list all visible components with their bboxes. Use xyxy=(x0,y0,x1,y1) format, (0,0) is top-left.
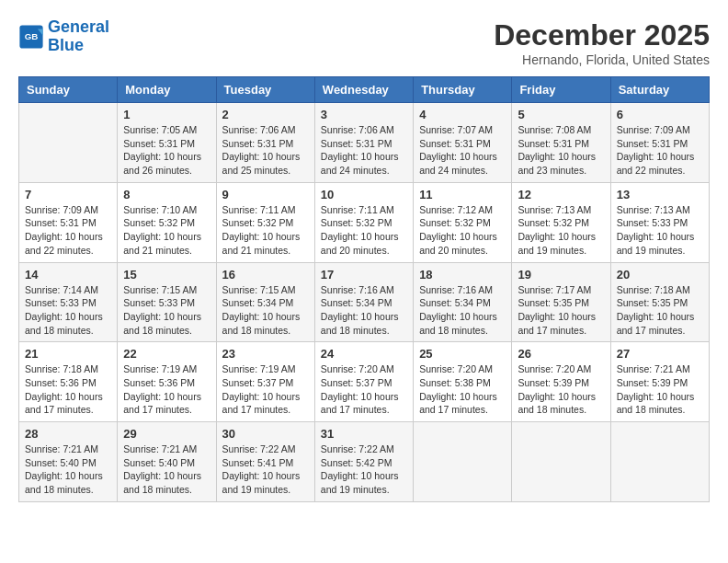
calendar-cell: 24Sunrise: 7:20 AM Sunset: 5:37 PM Dayli… xyxy=(314,342,413,422)
calendar-title: December 2025 xyxy=(494,18,710,52)
day-number: 15 xyxy=(123,268,210,282)
day-number: 2 xyxy=(222,108,309,121)
day-number: 13 xyxy=(617,188,703,201)
day-content: Sunrise: 7:16 AM Sunset: 5:34 PM Dayligh… xyxy=(419,283,506,338)
day-content: Sunrise: 7:06 AM Sunset: 5:31 PM Dayligh… xyxy=(321,123,407,178)
calendar-cell: 26Sunrise: 7:20 AM Sunset: 5:39 PM Dayli… xyxy=(512,342,610,422)
day-content: Sunrise: 7:21 AM Sunset: 5:40 PM Dayligh… xyxy=(25,442,111,497)
day-content: Sunrise: 7:21 AM Sunset: 5:40 PM Dayligh… xyxy=(123,442,210,497)
calendar-cell: 18Sunrise: 7:16 AM Sunset: 5:34 PM Dayli… xyxy=(414,262,512,342)
calendar-cell: 2Sunrise: 7:06 AM Sunset: 5:31 PM Daylig… xyxy=(216,103,314,183)
day-number: 24 xyxy=(321,347,407,361)
calendar-cell: 5Sunrise: 7:08 AM Sunset: 5:31 PM Daylig… xyxy=(512,103,610,183)
weekday-header: Friday xyxy=(512,77,610,103)
day-number: 10 xyxy=(321,188,407,201)
day-number: 20 xyxy=(617,268,703,282)
day-number: 31 xyxy=(321,427,407,441)
calendar-cell: 17Sunrise: 7:16 AM Sunset: 5:34 PM Dayli… xyxy=(314,262,413,342)
day-number: 6 xyxy=(617,108,703,121)
calendar-week-row: 28Sunrise: 7:21 AM Sunset: 5:40 PM Dayli… xyxy=(19,422,710,502)
day-number: 3 xyxy=(321,108,407,121)
day-content: Sunrise: 7:20 AM Sunset: 5:37 PM Dayligh… xyxy=(321,362,407,417)
day-content: Sunrise: 7:11 AM Sunset: 5:32 PM Dayligh… xyxy=(222,203,309,258)
day-number: 16 xyxy=(222,268,309,282)
calendar-cell: 19Sunrise: 7:17 AM Sunset: 5:35 PM Dayli… xyxy=(512,262,610,342)
calendar-cell: 20Sunrise: 7:18 AM Sunset: 5:35 PM Dayli… xyxy=(610,262,709,342)
calendar-header: SundayMondayTuesdayWednesdayThursdayFrid… xyxy=(19,77,710,103)
day-number: 23 xyxy=(222,347,309,361)
day-content: Sunrise: 7:15 AM Sunset: 5:33 PM Dayligh… xyxy=(123,283,210,338)
svg-text:GB: GB xyxy=(25,31,39,41)
calendar-cell: 6Sunrise: 7:09 AM Sunset: 5:31 PM Daylig… xyxy=(610,103,709,183)
day-content: Sunrise: 7:16 AM Sunset: 5:34 PM Dayligh… xyxy=(321,283,407,338)
calendar-subtitle: Hernando, Florida, United States xyxy=(494,52,710,67)
day-number: 9 xyxy=(222,188,309,201)
day-content: Sunrise: 7:20 AM Sunset: 5:38 PM Dayligh… xyxy=(419,362,506,417)
logo: GB General Blue xyxy=(18,18,109,55)
day-number: 21 xyxy=(25,347,111,361)
day-number: 30 xyxy=(222,427,309,441)
calendar-cell xyxy=(414,422,512,502)
day-content: Sunrise: 7:05 AM Sunset: 5:31 PM Dayligh… xyxy=(123,123,210,178)
day-number: 8 xyxy=(123,188,210,201)
weekday-header: Saturday xyxy=(610,77,709,103)
day-content: Sunrise: 7:10 AM Sunset: 5:32 PM Dayligh… xyxy=(123,203,210,258)
calendar-cell: 23Sunrise: 7:19 AM Sunset: 5:37 PM Dayli… xyxy=(216,342,314,422)
calendar-week-row: 14Sunrise: 7:14 AM Sunset: 5:33 PM Dayli… xyxy=(19,262,710,342)
day-content: Sunrise: 7:22 AM Sunset: 5:41 PM Dayligh… xyxy=(222,442,309,497)
calendar-cell: 31Sunrise: 7:22 AM Sunset: 5:42 PM Dayli… xyxy=(314,422,413,502)
day-content: Sunrise: 7:21 AM Sunset: 5:39 PM Dayligh… xyxy=(617,362,703,417)
day-number: 26 xyxy=(518,347,604,361)
day-content: Sunrise: 7:20 AM Sunset: 5:39 PM Dayligh… xyxy=(518,362,604,417)
logo-line1: General xyxy=(48,17,109,36)
calendar-cell: 3Sunrise: 7:06 AM Sunset: 5:31 PM Daylig… xyxy=(314,103,413,183)
calendar-cell: 15Sunrise: 7:15 AM Sunset: 5:33 PM Dayli… xyxy=(118,262,216,342)
calendar-cell xyxy=(610,422,709,502)
calendar-cell: 25Sunrise: 7:20 AM Sunset: 5:38 PM Dayli… xyxy=(414,342,512,422)
weekday-header: Monday xyxy=(118,77,216,103)
calendar-cell: 14Sunrise: 7:14 AM Sunset: 5:33 PM Dayli… xyxy=(19,262,118,342)
weekday-header: Sunday xyxy=(19,77,118,103)
day-content: Sunrise: 7:18 AM Sunset: 5:35 PM Dayligh… xyxy=(617,283,703,338)
day-content: Sunrise: 7:22 AM Sunset: 5:42 PM Dayligh… xyxy=(321,442,407,497)
calendar-cell: 8Sunrise: 7:10 AM Sunset: 5:32 PM Daylig… xyxy=(118,182,216,262)
day-number: 18 xyxy=(419,268,506,282)
calendar-cell: 10Sunrise: 7:11 AM Sunset: 5:32 PM Dayli… xyxy=(314,182,413,262)
calendar-cell: 1Sunrise: 7:05 AM Sunset: 5:31 PM Daylig… xyxy=(118,103,216,183)
weekday-header: Thursday xyxy=(414,77,512,103)
day-content: Sunrise: 7:11 AM Sunset: 5:32 PM Dayligh… xyxy=(321,203,407,258)
day-number: 5 xyxy=(518,108,604,121)
title-block: December 2025 Hernando, Florida, United … xyxy=(494,18,710,67)
day-content: Sunrise: 7:07 AM Sunset: 5:31 PM Dayligh… xyxy=(419,123,506,178)
day-content: Sunrise: 7:09 AM Sunset: 5:31 PM Dayligh… xyxy=(617,123,703,178)
calendar-table: SundayMondayTuesdayWednesdayThursdayFrid… xyxy=(18,76,710,502)
calendar-body: 1Sunrise: 7:05 AM Sunset: 5:31 PM Daylig… xyxy=(19,103,710,502)
day-content: Sunrise: 7:17 AM Sunset: 5:35 PM Dayligh… xyxy=(518,283,604,338)
day-number: 28 xyxy=(25,427,111,441)
calendar-cell: 4Sunrise: 7:07 AM Sunset: 5:31 PM Daylig… xyxy=(414,103,512,183)
day-content: Sunrise: 7:12 AM Sunset: 5:32 PM Dayligh… xyxy=(419,203,506,258)
day-number: 12 xyxy=(518,188,604,201)
day-number: 14 xyxy=(25,268,111,282)
day-content: Sunrise: 7:19 AM Sunset: 5:37 PM Dayligh… xyxy=(222,362,309,417)
calendar-week-row: 1Sunrise: 7:05 AM Sunset: 5:31 PM Daylig… xyxy=(19,103,710,183)
calendar-cell xyxy=(19,103,118,183)
calendar-cell: 22Sunrise: 7:19 AM Sunset: 5:36 PM Dayli… xyxy=(118,342,216,422)
calendar-cell: 29Sunrise: 7:21 AM Sunset: 5:40 PM Dayli… xyxy=(118,422,216,502)
day-content: Sunrise: 7:13 AM Sunset: 5:32 PM Dayligh… xyxy=(518,203,604,258)
calendar-cell: 27Sunrise: 7:21 AM Sunset: 5:39 PM Dayli… xyxy=(610,342,709,422)
logo-line2: Blue xyxy=(48,36,84,54)
calendar-cell: 9Sunrise: 7:11 AM Sunset: 5:32 PM Daylig… xyxy=(216,182,314,262)
calendar-week-row: 21Sunrise: 7:18 AM Sunset: 5:36 PM Dayli… xyxy=(19,342,710,422)
page-header: GB General Blue December 2025 Hernando, … xyxy=(18,18,710,67)
calendar-cell: 16Sunrise: 7:15 AM Sunset: 5:34 PM Dayli… xyxy=(216,262,314,342)
day-number: 7 xyxy=(25,188,111,201)
day-number: 25 xyxy=(419,347,506,361)
day-content: Sunrise: 7:14 AM Sunset: 5:33 PM Dayligh… xyxy=(25,283,111,338)
calendar-cell: 12Sunrise: 7:13 AM Sunset: 5:32 PM Dayli… xyxy=(512,182,610,262)
day-content: Sunrise: 7:15 AM Sunset: 5:34 PM Dayligh… xyxy=(222,283,309,338)
weekday-header: Wednesday xyxy=(314,77,413,103)
day-content: Sunrise: 7:08 AM Sunset: 5:31 PM Dayligh… xyxy=(518,123,604,178)
day-content: Sunrise: 7:18 AM Sunset: 5:36 PM Dayligh… xyxy=(25,362,111,417)
day-number: 4 xyxy=(419,108,506,121)
